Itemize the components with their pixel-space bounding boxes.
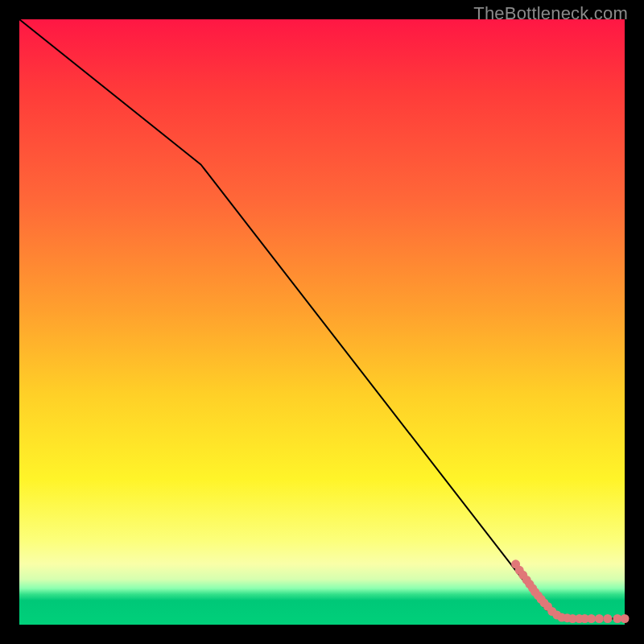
- chart-frame: TheBottleneck.com: [0, 0, 644, 644]
- data-marker: [603, 614, 612, 623]
- data-marker: [621, 614, 630, 623]
- data-marker: [587, 614, 596, 623]
- plot-overlay: [19, 19, 625, 625]
- bottleneck-curve: [19, 19, 625, 619]
- data-markers: [511, 559, 629, 623]
- data-marker: [595, 614, 604, 623]
